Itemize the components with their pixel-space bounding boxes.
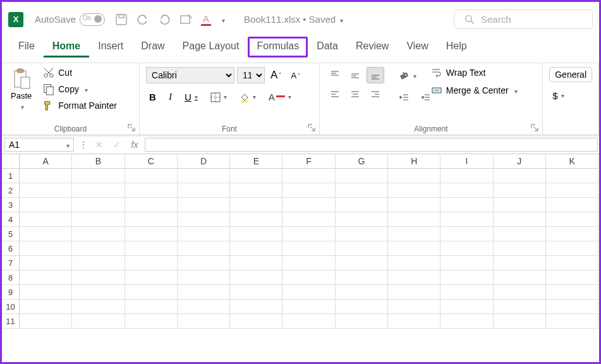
column-header-I[interactable]: I	[440, 154, 493, 169]
cell-B4[interactable]	[72, 212, 124, 227]
cell-H4[interactable]	[388, 212, 440, 227]
cell-B8[interactable]	[72, 270, 124, 285]
cell-C2[interactable]	[125, 183, 178, 198]
cell-G1[interactable]	[336, 169, 388, 183]
cell-B11[interactable]	[72, 314, 124, 329]
cell-I6[interactable]	[440, 241, 493, 256]
cell-A2[interactable]	[20, 183, 72, 198]
cell-G11[interactable]	[336, 314, 388, 329]
cell-K11[interactable]	[546, 314, 598, 329]
cell-J7[interactable]	[494, 256, 546, 270]
column-header-C[interactable]: C	[125, 154, 178, 169]
increase-indent-button[interactable]	[418, 91, 434, 105]
cell-D9[interactable]	[178, 285, 230, 300]
cell-G6[interactable]	[336, 241, 388, 256]
cell-J2[interactable]	[494, 183, 546, 198]
row-header-5[interactable]: 5	[2, 227, 20, 241]
column-header-H[interactable]: H	[388, 154, 440, 169]
tab-view[interactable]: View	[398, 37, 437, 58]
font-color-button[interactable]: A	[265, 90, 294, 104]
row-header-10[interactable]: 10	[2, 300, 20, 314]
cell-F5[interactable]	[282, 227, 335, 241]
align-center-button[interactable]	[346, 86, 364, 102]
cell-H7[interactable]	[388, 256, 440, 270]
cell-F1[interactable]	[282, 169, 335, 183]
cell-C8[interactable]	[125, 270, 178, 285]
cell-D11[interactable]	[178, 314, 230, 329]
cell-E8[interactable]	[230, 270, 282, 285]
cell-A10[interactable]	[20, 300, 72, 314]
cell-I7[interactable]	[440, 256, 493, 270]
cell-E9[interactable]	[230, 285, 282, 300]
cell-G3[interactable]	[336, 198, 388, 212]
cell-F4[interactable]	[282, 212, 335, 227]
tab-data[interactable]: Data	[308, 37, 347, 58]
cell-E7[interactable]	[230, 256, 282, 270]
cell-G9[interactable]	[336, 285, 388, 300]
cell-F10[interactable]	[282, 300, 335, 314]
cell-A9[interactable]	[20, 285, 72, 300]
cell-A4[interactable]	[20, 212, 72, 227]
cell-K10[interactable]	[546, 300, 598, 314]
cell-J6[interactable]	[494, 241, 546, 256]
row-header-8[interactable]: 8	[2, 270, 20, 285]
cell-G5[interactable]	[336, 227, 388, 241]
tab-file[interactable]: File	[9, 37, 44, 58]
cell-B1[interactable]	[72, 169, 124, 183]
cell-J10[interactable]	[494, 300, 546, 314]
row-header-9[interactable]: 9	[2, 285, 20, 300]
cell-D3[interactable]	[178, 198, 230, 212]
cell-J9[interactable]	[494, 285, 546, 300]
tab-draw[interactable]: Draw	[132, 37, 173, 58]
cell-D2[interactable]	[178, 183, 230, 198]
cell-I8[interactable]	[440, 270, 493, 285]
cell-C4[interactable]	[125, 212, 178, 227]
cell-I3[interactable]	[440, 198, 493, 212]
cut-button[interactable]: Cut	[43, 67, 117, 78]
cell-D8[interactable]	[178, 270, 230, 285]
tab-formulas[interactable]: Formulas	[248, 37, 308, 58]
cell-A8[interactable]	[20, 270, 72, 285]
cell-K5[interactable]	[546, 227, 598, 241]
cell-E10[interactable]	[230, 300, 282, 314]
italic-button[interactable]: I	[166, 90, 175, 104]
tab-review[interactable]: Review	[347, 37, 398, 58]
cell-K2[interactable]	[546, 183, 598, 198]
font-color-qat-icon[interactable]: A	[201, 13, 211, 26]
dialog-launcher-icon[interactable]	[128, 124, 135, 131]
cell-B2[interactable]	[72, 183, 124, 198]
row-header-4[interactable]: 4	[2, 212, 20, 227]
cell-A3[interactable]	[20, 198, 72, 212]
cell-I5[interactable]	[440, 227, 493, 241]
cell-J4[interactable]	[494, 212, 546, 227]
cell-H8[interactable]	[388, 270, 440, 285]
insert-function-button[interactable]: fx	[126, 140, 143, 150]
cell-K9[interactable]	[546, 285, 598, 300]
cell-H6[interactable]	[388, 241, 440, 256]
cell-J3[interactable]	[494, 198, 546, 212]
cell-C5[interactable]	[125, 227, 178, 241]
cell-K3[interactable]	[546, 198, 598, 212]
cell-D1[interactable]	[178, 169, 230, 183]
align-bottom-button[interactable]	[367, 67, 384, 83]
align-middle-button[interactable]	[346, 67, 364, 83]
align-right-button[interactable]	[367, 86, 384, 102]
cell-F7[interactable]	[282, 256, 335, 270]
cell-F11[interactable]	[282, 314, 335, 329]
cell-H1[interactable]	[388, 169, 440, 183]
cell-B9[interactable]	[72, 285, 124, 300]
cell-I11[interactable]	[440, 314, 493, 329]
enter-formula-button[interactable]: ✓	[108, 140, 126, 150]
cell-C10[interactable]	[125, 300, 178, 314]
cell-A7[interactable]	[20, 256, 72, 270]
cell-E2[interactable]	[230, 183, 282, 198]
cell-B7[interactable]	[72, 256, 124, 270]
wrap-text-button[interactable]: Wrap Text	[431, 67, 518, 78]
cell-I9[interactable]	[440, 285, 493, 300]
font-size-select[interactable]: 11	[237, 67, 265, 83]
cell-E5[interactable]	[230, 227, 282, 241]
decrease-font-button[interactable]: A˅	[288, 69, 303, 82]
column-header-K[interactable]: K	[546, 154, 598, 169]
cell-K1[interactable]	[546, 169, 598, 183]
cell-K7[interactable]	[546, 256, 598, 270]
